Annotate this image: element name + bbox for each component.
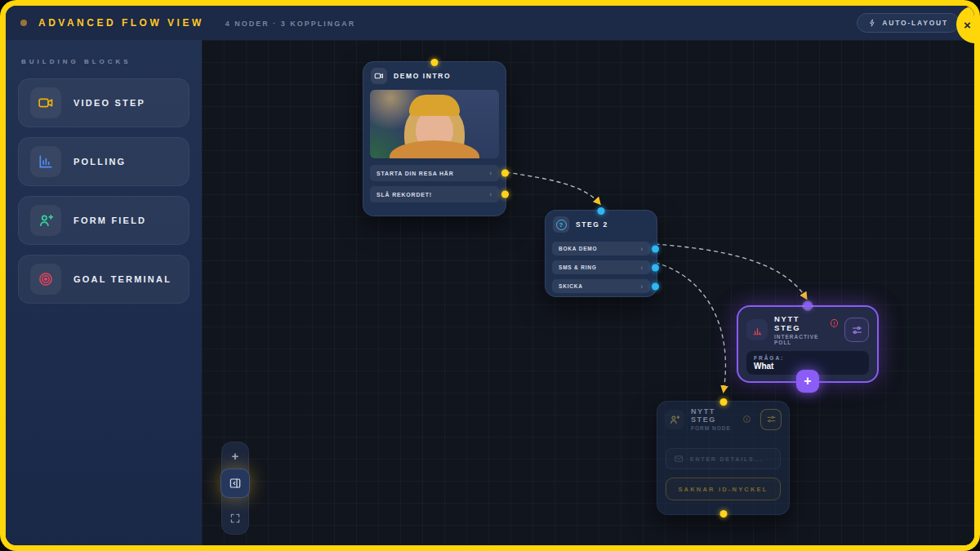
warning-icon: ! [743,415,751,423]
output-port[interactable] [652,282,659,290]
input-port[interactable] [719,398,727,406]
choice-row[interactable]: STARTA DIN RESA HÄR › [370,165,499,181]
node-settings-button[interactable] [760,409,782,430]
bar-chart-icon [746,319,768,340]
app-frame: ADVANCED FLOW VIEW 4 NODER · 3 KOPPLINGA… [0,0,980,551]
auto-layout-button[interactable]: AUTO-LAYOUT [857,13,960,33]
choice-list: BOKA DEMO › SMS & RING › SKICKA › [552,242,650,293]
question-icon: ? [553,216,569,233]
thumb-sweater [390,140,479,158]
sidebar-heading: BUILDING BLOCKS [21,58,189,65]
choice-row[interactable]: BOKA DEMO › [552,242,650,256]
question-label: FRÅGA: [754,355,862,361]
toggle-sidebar-button[interactable] [220,469,250,498]
thumb-beanie [409,95,460,116]
main-area: BUILDING BLOCKS VIDEO STEP POLLING [6,40,974,545]
edge-steg2-to-form[interactable] [656,263,725,391]
node-steg-2[interactable]: ? STEG 2 BOKA DEMO › SMS & RING › [545,210,657,297]
node-nytt-steg-form[interactable]: NYTT STEG FORM NODE ! [657,401,790,515]
output-port[interactable] [719,510,727,518]
input-port[interactable] [431,59,439,66]
topbar: ADVANCED FLOW VIEW 4 NODER · 3 KOPPLINGA… [6,6,974,40]
sidebar-item-video-step[interactable]: VIDEO STEP [18,78,189,127]
envelope-icon [674,454,684,464]
node-demo-intro[interactable]: DEMO INTRO STARTA DIN RESA HÄR › [363,61,506,216]
zoom-in-button[interactable]: + [232,449,239,464]
target-icon [30,264,61,295]
details-input[interactable] [690,456,773,462]
node-nytt-steg-poll[interactable]: NYTT STEG ! INTERACTIVE POLL FRÅGA: What [737,305,879,383]
output-port[interactable] [652,264,659,271]
sidebar-item-label: VIDEO STEP [74,98,145,108]
choice-label: SKICKA [559,283,583,289]
choice-list: STARTA DIN RESA HÄR › SLÅ REKORDET! › [370,165,499,202]
choice-row[interactable]: SMS & RING › [552,260,650,274]
panel-left-icon [229,477,242,490]
choice-row[interactable]: SKICKA › [552,279,650,293]
flow-stats: 4 NODER · 3 KOPPLINGAR [225,20,356,28]
sidebar-item-goal-terminal[interactable]: GOAL TERMINAL [18,255,189,304]
flow-app: ADVANCED FLOW VIEW 4 NODER · 3 KOPPLINGA… [6,6,974,545]
input-port[interactable] [598,207,605,215]
node-title: NYTT STEG [691,407,733,424]
close-button[interactable]: × [956,6,974,43]
chevron-right-icon: › [489,169,492,177]
input-port[interactable] [804,302,812,309]
video-camera-icon [30,87,61,118]
node-title: DEMO INTRO [394,72,451,80]
chevron-right-icon: › [640,264,644,272]
sliders-icon [766,414,777,424]
chevron-right-icon: › [640,282,644,291]
fullscreen-button[interactable] [229,513,241,524]
node-header: NYTT STEG ! INTERACTIVE POLL [738,307,877,349]
user-plus-icon [665,410,684,429]
choice-label: SMS & RING [559,264,597,270]
choice-label: BOKA DEMO [559,246,597,251]
bar-chart-icon [30,146,61,177]
sidebar-item-label: POLLING [74,157,126,167]
fullscreen-icon [229,513,241,524]
canvas-toolbar: + [221,442,249,535]
chevron-right-icon: › [640,245,644,253]
output-port[interactable] [652,245,659,252]
node-header: ? STEG 2 [546,211,657,238]
close-icon: × [964,18,971,32]
sidebar-item-label: GOAL TERMINAL [74,274,172,284]
sidebar: BUILDING BLOCKS VIDEO STEP POLLING [6,40,202,545]
output-port[interactable] [501,191,509,198]
add-option-button[interactable]: + [796,370,819,393]
choice-label: STARTA DIN RESA HÄR [376,171,454,176]
edge-steg2-to-poll[interactable] [656,244,806,298]
auto-layout-label: AUTO-LAYOUT [882,19,948,27]
node-header: DEMO INTRO [363,62,506,90]
choice-label: SLÅ REKORDET! [376,192,432,198]
sidebar-item-label: FORM FIELD [74,216,146,225]
sidebar-item-polling[interactable]: POLLING [18,137,189,186]
user-plus-icon [30,205,61,236]
node-subtitle: FORM NODE [691,425,733,431]
video-camera-icon [371,68,387,84]
page-title: ADVANCED FLOW VIEW [38,17,204,29]
flow-canvas[interactable]: DEMO INTRO STARTA DIN RESA HÄR › [202,40,974,545]
node-subtitle: INTERACTIVE POLL [774,334,838,345]
edge-demo-to-steg2[interactable] [506,172,599,203]
chevron-right-icon: › [489,190,492,198]
node-header: NYTT STEG FORM NODE ! [657,402,789,437]
sliders-icon [851,324,863,336]
sidebar-item-form-field[interactable]: FORM FIELD [18,196,189,245]
output-port[interactable] [501,170,509,177]
lightning-icon [868,19,876,27]
node-title: NYTT STEG [774,314,826,332]
missing-id-key-button[interactable]: SAKNAR ID-NYCKEL [666,478,781,500]
node-settings-button[interactable] [844,318,869,342]
choice-row[interactable]: SLÅ REKORDET! › [370,186,499,202]
video-thumbnail[interactable] [370,90,499,158]
warning-icon: ! [831,319,839,327]
details-input-wrapper [666,448,781,469]
node-title: STEG 2 [576,220,608,229]
status-dot-icon [20,20,27,26]
